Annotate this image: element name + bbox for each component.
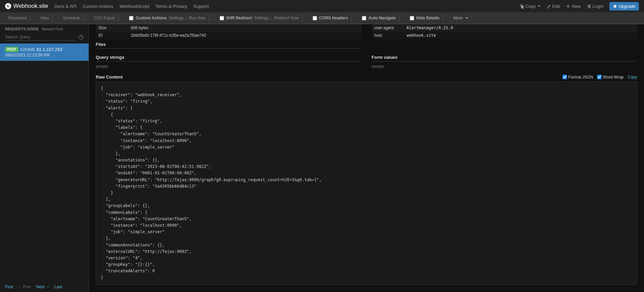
requests-count: REQUESTS (1/500) — [5, 27, 38, 31]
more-dropdown[interactable]: More — [450, 16, 472, 20]
sub-schedule[interactable]: Schedule — [60, 16, 84, 20]
table-row: user-agentAlertmanager/0.25.0 — [372, 24, 638, 32]
brand[interactable]: ↻ Webhook.site — [5, 3, 48, 10]
login-icon — [587, 4, 591, 8]
copy-dropdown[interactable]: Copy — [520, 4, 540, 9]
sub-alias[interactable]: Alias — [37, 16, 53, 20]
nav-support[interactable]: Support — [194, 4, 209, 9]
nav-custom-actions[interactable]: Custom Actions — [82, 4, 113, 9]
upgrade-label: Upgrade — [619, 4, 636, 9]
detail-key: ID — [96, 32, 128, 39]
custom-actions-label: Custom Actions — [135, 16, 167, 20]
sep — [302, 15, 309, 21]
form-values-title: Form values — [372, 52, 638, 62]
sep — [84, 15, 91, 21]
format-json-toggle[interactable]: Format JSON — [563, 75, 593, 80]
nav-webhookscript[interactable]: WebhookScript — [119, 4, 149, 9]
redirect-now-link[interactable]: Redirect Now — [274, 16, 299, 20]
run-now-link[interactable]: Run Now — [189, 16, 205, 20]
more-label: More — [454, 16, 463, 20]
nav-docs[interactable]: Docs & API — [54, 4, 77, 9]
help-icon[interactable]: ? — [79, 35, 84, 40]
header-value: webhook.site — [404, 32, 638, 39]
sep — [209, 15, 216, 21]
word-wrap-toggle[interactable]: Word-Wrap — [597, 75, 624, 80]
cors-label: CORS Headers — [319, 16, 348, 20]
form-values-empty: (empty) — [372, 63, 638, 70]
query-strings-empty: (empty) — [96, 63, 362, 70]
raw-content-title: Raw Content — [96, 74, 123, 80]
login-button[interactable]: Login — [587, 4, 603, 9]
request-hash: #2b9d5 — [20, 47, 35, 52]
detail-key: Size — [96, 24, 128, 32]
search-input[interactable] — [5, 34, 76, 41]
sep — [30, 15, 37, 21]
sep — [399, 15, 406, 21]
sep — [351, 15, 358, 21]
xhr-label: XHR Redirect — [226, 16, 252, 20]
header-key: host — [372, 32, 404, 39]
plus-icon — [566, 4, 570, 8]
sep — [53, 15, 60, 21]
details-right-table: user-agentAlertmanager/0.25.0 hostwebhoo… — [372, 24, 638, 39]
raw-content-body[interactable]: { "receiver": "webhook_receiver", "statu… — [96, 82, 637, 285]
star-icon — [613, 4, 617, 8]
brand-text: Webhook.site — [13, 3, 48, 10]
xhr-checkbox[interactable] — [220, 16, 224, 20]
settings-link[interactable]: Settings... — [169, 16, 187, 20]
sub-csv[interactable]: CSV Export — [91, 16, 119, 20]
cors-checkbox[interactable] — [313, 16, 317, 20]
edit-icon — [547, 4, 551, 8]
page-prev[interactable]: ← Prev — [18, 285, 31, 289]
caret-icon — [465, 17, 468, 19]
word-wrap-checkbox[interactable] — [597, 75, 602, 79]
new-button[interactable]: New — [566, 4, 581, 9]
autonav-checkbox[interactable] — [362, 16, 366, 20]
caret-icon — [538, 5, 540, 7]
table-row: ID2b9d5bd0-178f-471c-b35e-ea2a7f0ae740 — [96, 32, 362, 39]
method-badge: POST — [5, 47, 18, 52]
word-wrap-label: Word-Wrap — [603, 75, 624, 80]
query-strings-title: Query strings — [96, 52, 362, 62]
upgrade-button[interactable]: Upgrade — [609, 2, 639, 11]
copy-icon — [520, 4, 524, 8]
header-key: user-agent — [372, 24, 404, 32]
top-navbar: ↻ Webhook.site Docs & API Custom Actions… — [0, 0, 644, 12]
details-left-table: Size608 bytes ID2b9d5bd0-178f-471c-b35e-… — [96, 24, 362, 39]
request-date: 08/02/2023 12:13:58 PM — [5, 53, 84, 57]
format-json-label: Format JSON — [568, 75, 593, 80]
page-last[interactable]: Last — [54, 285, 62, 289]
format-json-checkbox[interactable] — [563, 75, 567, 79]
login-label: Login — [592, 4, 603, 9]
request-details: Size608 bytes ID2b9d5bd0-178f-471c-b35e-… — [89, 24, 644, 292]
copy-raw-link[interactable]: Copy — [628, 75, 637, 80]
detail-value: 2b9d5bd0-178f-471c-b35e-ea2a7f0ae740 — [128, 32, 362, 39]
page-first[interactable]: First — [5, 285, 13, 289]
sub-password[interactable]: Password — [5, 16, 30, 20]
edit-label: Edit — [552, 4, 560, 9]
hide-details-checkbox[interactable] — [410, 16, 414, 20]
header-value: Alertmanager/0.25.0 — [404, 24, 638, 32]
brand-icon: ↻ — [5, 3, 11, 9]
edit-button[interactable]: Edit — [547, 4, 560, 9]
copy-label: Copy — [526, 4, 536, 9]
table-row: Size608 bytes — [96, 24, 362, 32]
request-item[interactable]: POST #2b9d5 61.1.107.253 08/02/2023 12:1… — [0, 44, 89, 61]
table-row: hostwebhook.site — [372, 32, 638, 39]
detail-value: 608 bytes — [128, 24, 362, 32]
pagination: First ← Prev Next → Last — [0, 282, 89, 292]
page-next[interactable]: Next → — [36, 285, 50, 289]
settings-link-2[interactable]: Settings... — [254, 16, 272, 20]
requests-sidebar: REQUESTS (1/500) Newest First ? POST #2b… — [0, 24, 89, 292]
files-title: Files — [96, 39, 362, 49]
new-label: New — [572, 4, 581, 9]
sort-toggle[interactable]: Newest First — [42, 27, 62, 31]
nav-terms[interactable]: Terms & Privacy — [155, 4, 187, 9]
request-ip: 61.1.107.253 — [37, 47, 62, 52]
custom-actions-checkbox[interactable] — [129, 16, 133, 20]
autonav-label: Auto Navigate — [368, 16, 396, 20]
sep — [443, 15, 450, 21]
sub-toolbar: Password Alias Schedule CSV Export Custo… — [0, 12, 644, 24]
hide-details-label: Hide Details — [416, 16, 440, 20]
sep — [118, 15, 126, 21]
